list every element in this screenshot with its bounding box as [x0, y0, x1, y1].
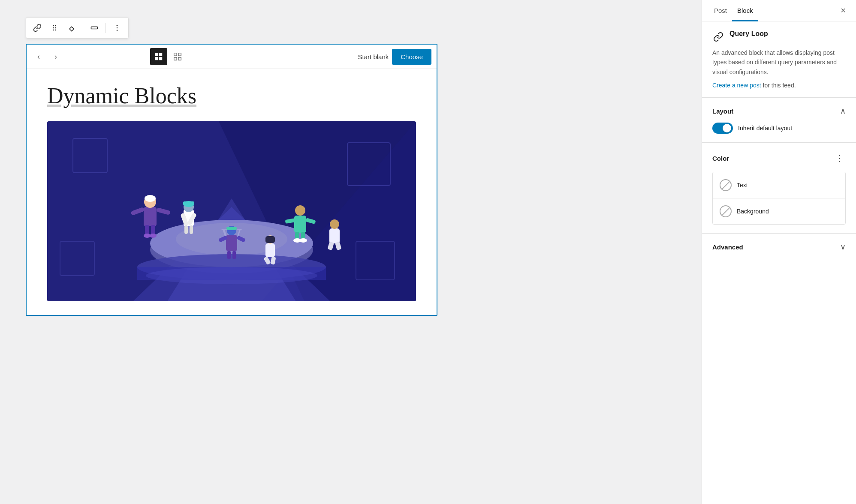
next-button[interactable]: › [49, 50, 63, 63]
svg-point-38 [144, 234, 151, 238]
sidebar: Post Block × Query Loop An advanced bloc… [702, 0, 856, 504]
color-options-card: Text Background [712, 172, 846, 225]
svg-point-51 [295, 205, 305, 216]
color-section-header: Color ⋮ [712, 151, 846, 165]
svg-point-2 [53, 27, 54, 29]
svg-rect-50 [294, 216, 306, 233]
svg-rect-49 [190, 225, 193, 234]
layout-section-title: Layout [712, 108, 733, 115]
inherit-layout-row: Inherit default layout [712, 123, 846, 134]
layout-section-header: Layout ∧ [712, 106, 846, 116]
svg-point-3 [55, 27, 56, 29]
svg-point-35 [145, 195, 156, 202]
svg-rect-33 [144, 207, 157, 226]
block-info-section: Query Loop An advanced block that allows… [702, 21, 856, 98]
svg-rect-67 [227, 251, 231, 259]
toolbar-divider [83, 23, 83, 33]
background-color-label: Background [737, 208, 769, 215]
link-button[interactable] [30, 20, 45, 36]
editor-area: ‹ › Start blank Choose [0, 0, 702, 504]
list-view-button[interactable] [150, 48, 167, 65]
text-color-label: Text [737, 182, 748, 189]
tab-post[interactable]: Post [709, 0, 732, 21]
block-toolbar [26, 17, 129, 39]
close-sidebar-button[interactable]: × [837, 2, 849, 19]
svg-rect-14 [174, 53, 177, 56]
svg-rect-58 [329, 228, 340, 243]
create-post-link[interactable]: Create a new post [712, 82, 761, 89]
toggle-thumb [723, 124, 731, 132]
post-illustration: W [47, 121, 416, 301]
svg-rect-45 [183, 201, 194, 204]
background-color-indicator [720, 205, 732, 217]
svg-point-74 [146, 267, 317, 284]
post-title: Dynamic Blocks [47, 83, 416, 109]
block-inner-toolbar: ‹ › Start blank Choose [27, 45, 437, 69]
svg-rect-13 [159, 57, 162, 60]
feed-suffix: for this feed. [761, 82, 796, 89]
svg-rect-17 [174, 57, 177, 60]
svg-point-59 [330, 219, 339, 229]
svg-rect-68 [232, 251, 236, 259]
advanced-expand-button[interactable]: ∨ [840, 242, 846, 252]
block-content: Dynamic Blocks [27, 69, 437, 315]
svg-point-0 [53, 25, 54, 27]
color-section: Color ⋮ Text Background [702, 143, 856, 234]
layout-section: Layout ∧ Inherit default layout [702, 98, 856, 143]
svg-rect-48 [184, 225, 188, 234]
sidebar-tabs: Post Block × [702, 0, 856, 21]
svg-rect-12 [155, 57, 158, 60]
text-color-option[interactable]: Text [713, 172, 845, 198]
advanced-section: Advanced ∨ [702, 234, 856, 260]
block-description: An advanced block that allows displaying… [712, 48, 846, 77]
svg-rect-71 [265, 236, 275, 243]
svg-rect-6 [91, 27, 98, 29]
svg-point-55 [299, 238, 307, 243]
svg-rect-15 [178, 53, 181, 56]
advanced-section-header: Advanced ∨ [712, 242, 846, 252]
svg-point-39 [150, 234, 157, 238]
color-section-title: Color [712, 155, 729, 162]
svg-rect-62 [226, 235, 237, 251]
inherit-layout-toggle[interactable] [712, 123, 733, 134]
tab-block[interactable]: Block [732, 0, 758, 21]
svg-point-8 [117, 27, 118, 29]
start-blank-label: Start blank [358, 53, 389, 60]
text-color-indicator [720, 179, 732, 191]
svg-rect-11 [159, 53, 162, 56]
feed-text: Create a new post for this feed. [712, 82, 846, 89]
move-up-down-button[interactable] [64, 20, 79, 36]
block-icon-row: Query Loop [712, 30, 846, 43]
svg-rect-64 [226, 227, 237, 230]
svg-point-9 [117, 30, 118, 31]
align-button[interactable] [87, 20, 102, 36]
advanced-section-title: Advanced [712, 243, 743, 251]
grid-view-button[interactable] [169, 48, 186, 65]
toolbar-divider-2 [105, 23, 106, 33]
svg-point-4 [53, 30, 54, 31]
view-toggle-group [150, 48, 186, 65]
svg-rect-69 [265, 243, 275, 257]
block-name: Query Loop [729, 30, 768, 38]
prev-button[interactable]: ‹ [32, 50, 45, 63]
query-loop-icon [712, 31, 724, 43]
svg-rect-10 [155, 53, 158, 56]
more-options-button[interactable] [109, 20, 125, 36]
color-more-options-button[interactable]: ⋮ [834, 151, 846, 165]
svg-rect-16 [178, 57, 181, 60]
inherit-layout-label: Inherit default layout [738, 125, 792, 132]
svg-point-7 [117, 25, 118, 26]
background-color-option[interactable]: Background [713, 198, 845, 224]
layout-collapse-button[interactable]: ∧ [840, 106, 846, 116]
drag-handle-button[interactable] [47, 20, 62, 36]
svg-point-1 [55, 25, 56, 27]
choose-button[interactable]: Choose [392, 49, 431, 65]
svg-point-5 [55, 30, 56, 31]
query-loop-block: ‹ › Start blank Choose [26, 44, 437, 316]
